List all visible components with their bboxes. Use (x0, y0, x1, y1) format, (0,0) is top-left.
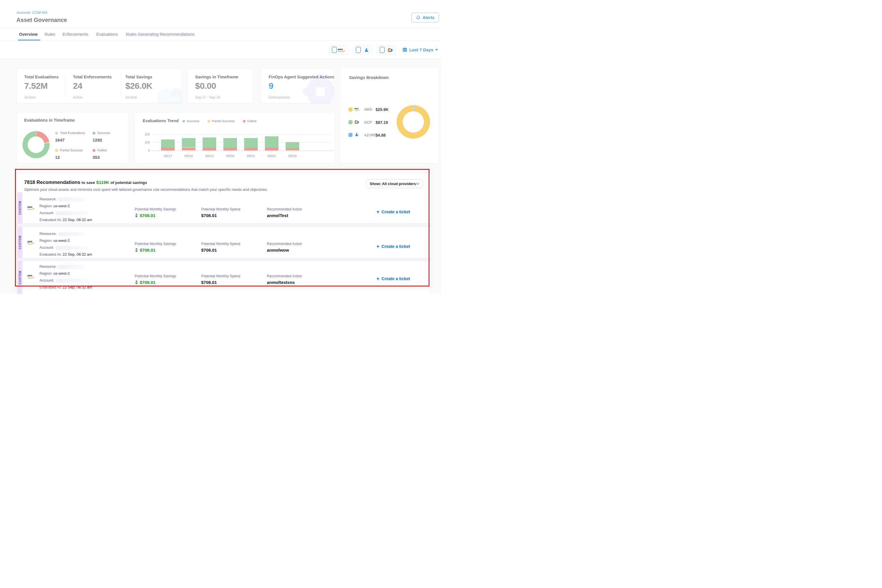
money-bag-icon: $ (135, 248, 138, 252)
recommendations-suffix: of potential savings (110, 180, 147, 185)
create-ticket-button[interactable]: +Create a ticket (376, 210, 410, 214)
evaluated-line: Evaluated At: 22 Sep, 06:32 am (39, 285, 92, 290)
divider (121, 74, 121, 98)
tab-overview[interactable]: Overview (19, 32, 38, 37)
savings-breakdown-donut (397, 105, 430, 139)
cloud-provider-filter-dropdown[interactable]: Show: All cloud providers (366, 179, 423, 188)
trend-seg (244, 138, 258, 148)
savings-in-timeframe-value: $0.00 (195, 81, 216, 91)
plus-icon: + (376, 277, 380, 281)
plus-icon: + (376, 244, 380, 249)
gcp-checkbox[interactable] (380, 47, 385, 53)
trend-seg (244, 148, 258, 150)
resource-line: Resource: (39, 264, 85, 269)
trend-seg (265, 136, 278, 148)
alerts-button[interactable]: Alerts (411, 13, 439, 22)
money-bag-icon: $ (135, 280, 138, 285)
money-bag-icon: $ (135, 213, 138, 218)
tab-evaluations[interactable]: Evaluations (96, 32, 118, 37)
provider-filter-azure[interactable] (353, 45, 372, 55)
dropdown-label: Show: All cloud providers (370, 182, 416, 186)
finops-agent-card: FinOps Agent Suggested Actions 9 Enforce… (261, 68, 334, 104)
tab-enforcements[interactable]: Enforcements (63, 32, 88, 37)
asset-governance-dashboard: Account: CCM-NG Asset Governance Alerts … (0, 0, 441, 294)
tab-rules[interactable]: Rules (45, 32, 56, 37)
provider-filter-gcp[interactable] (377, 45, 396, 55)
trend-xlabel: 09/18 (180, 154, 198, 158)
aws-legend-name: AWS (364, 108, 372, 111)
savings-column-label: Potential Monthly Savings (135, 207, 176, 211)
row-separator (17, 258, 431, 261)
trend-seg (265, 148, 278, 150)
trend-tick (189, 150, 189, 153)
svg-text:aws: aws (354, 107, 359, 110)
aws-checkbox[interactable] (332, 47, 337, 53)
total-evaluations-legend-label: Total Evaluations (60, 131, 85, 135)
chevron-down-icon (416, 183, 419, 185)
savings-column-label: Potential Monthly Savings (135, 242, 176, 246)
azure-legend-name: AZURE (364, 133, 376, 137)
total-enforcements-title: Total Enforcements (73, 75, 111, 79)
create-ticket-label: Create a ticket (382, 210, 410, 214)
evaluated-line: Evaluated At: 22 Sep, 06:32 am (39, 218, 92, 222)
savings-in-timeframe-title: Savings in Timeframe (195, 75, 238, 79)
tab-rules-generating-recommendations[interactable]: Rules Generating Recommendations (126, 32, 195, 37)
total-savings-caption: All-time (125, 95, 137, 99)
trend-seg (161, 148, 175, 151)
total-evaluations-dot (55, 132, 58, 135)
partial-success-dot (55, 149, 58, 152)
donut-hole (28, 136, 44, 153)
redacted-resource-value (58, 265, 85, 269)
create-ticket-button[interactable]: +Create a ticket (376, 244, 410, 249)
custom-badge: CUSTOM (17, 192, 22, 224)
aws-legend-value: $25.9K (376, 107, 388, 112)
region-line: Region: us-west-2 (39, 238, 70, 243)
recommendation-row: CUSTOM aws Resource: Region: us-west-2 A… (17, 227, 431, 258)
redacted-account-value (56, 211, 88, 215)
date-range-label: Last 7 Days (409, 47, 433, 52)
account-line: Account: (39, 278, 88, 283)
account-breadcrumb[interactable]: Account: CCM-NG (16, 10, 48, 15)
create-ticket-label: Create a ticket (382, 244, 410, 249)
spend-value: $708.01 (201, 213, 217, 218)
trend-xlabel: 09/23 (284, 154, 302, 158)
trend-seg (182, 148, 195, 150)
trend-tick (292, 150, 293, 153)
azure-legend-value: $4.88 (376, 133, 386, 138)
custom-badge-label: CUSTOM (18, 201, 22, 215)
recommendation-row: CUSTOM aws Resource: Region: us-west-2 A… (17, 261, 431, 294)
recommendations-card: 7818 Recommendations to save $119K of po… (16, 173, 431, 294)
trend-tick (272, 150, 272, 153)
action-value: anmolwow (267, 248, 289, 252)
trend-seg (286, 148, 299, 150)
finops-agent-caption: Enforcements (268, 95, 290, 99)
success-dot (93, 132, 95, 135)
trend-xlabel: 09/20 (221, 154, 240, 158)
success-legend-value: 1282 (93, 138, 102, 142)
spend-value: $708.01 (201, 248, 217, 252)
azure-logo-icon (364, 48, 369, 52)
trend-tick (230, 150, 231, 153)
aws-logo-icon: aws (27, 273, 35, 279)
svg-text:$: $ (136, 282, 137, 284)
recommendation-row: CUSTOM aws Resource: Region: us-west-2 A… (17, 192, 431, 224)
gcp-logo-icon (387, 48, 393, 52)
row-separator (17, 224, 431, 227)
trend-seg (224, 148, 237, 150)
total-evaluations-title: Total Evaluations (24, 75, 58, 79)
trend-ytick: 160 (135, 141, 150, 144)
recommendations-savings: $119K (96, 180, 109, 185)
page-title: Asset Governance (16, 17, 67, 23)
trend-xlabel: 09/22 (262, 154, 281, 158)
provider-filter-aws[interactable]: aws (329, 45, 348, 55)
evaluations-timeframe-title: Evaluations in Timeframe (24, 118, 75, 123)
azure-checkbox[interactable] (356, 47, 361, 53)
gcp-legend-swatch (348, 120, 352, 124)
trend-xlabel: 09/21 (242, 154, 260, 158)
create-ticket-button[interactable]: +Create a ticket (376, 276, 410, 281)
date-range-picker[interactable]: Last 7 Days (402, 47, 438, 52)
recommendations-subtitle: Optimize your cloud assets and minimize … (24, 188, 268, 192)
stats-summary-card: Total Evaluations 7.52M All-time Total E… (16, 68, 182, 104)
savings-value: $$708.01 (135, 248, 155, 252)
svg-text:aws: aws (27, 240, 33, 243)
